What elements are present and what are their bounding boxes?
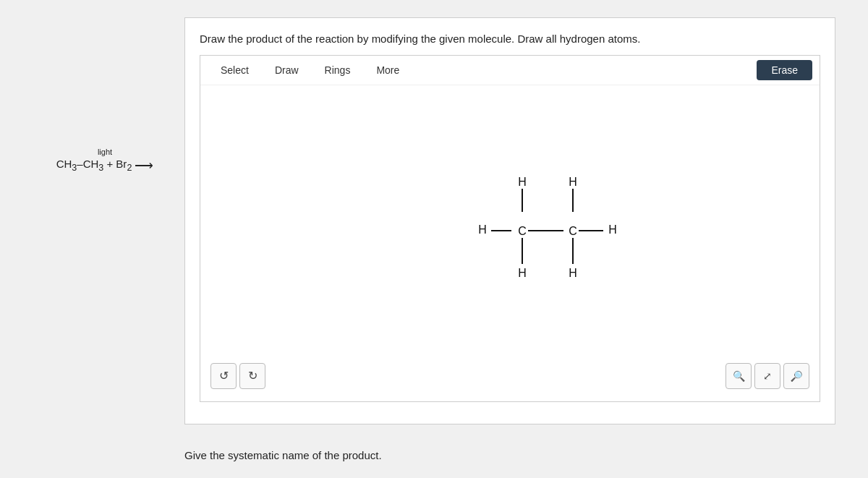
toolbar: Select Draw Rings More Erase	[200, 56, 820, 85]
molecule-svg: H H H C	[454, 170, 642, 315]
reaction-arrow: ⟶	[135, 158, 153, 174]
select-button[interactable]: Select	[208, 60, 262, 80]
systematic-name-prompt: Give the systematic name of the product.	[184, 449, 835, 461]
undo-redo-controls: ↺ ↻	[210, 363, 265, 389]
more-button[interactable]: More	[363, 60, 412, 80]
equation-line: CH3–CH3 + Br2 ⟶	[56, 158, 154, 174]
zoom-reset-button[interactable]: ⤢	[754, 363, 780, 389]
zoom-out-button[interactable]: 🔍	[783, 363, 809, 389]
svg-text:H: H	[569, 267, 577, 279]
drawing-panel: Draw the product of the reaction by modi…	[184, 17, 835, 424]
equation-text: CH3–CH3 + Br2	[56, 158, 132, 173]
svg-text:C: C	[569, 225, 577, 237]
zoom-controls: 🔍 ⤢ 🔍	[726, 363, 809, 389]
redo-icon: ↻	[248, 369, 258, 383]
reaction-equation: light CH3–CH3 + Br2 ⟶	[56, 148, 154, 174]
molecule-display: H H H C	[454, 170, 642, 315]
svg-text:H: H	[478, 223, 487, 236]
drawing-area: Select Draw Rings More Erase H	[200, 55, 820, 402]
zoom-in-button[interactable]: 🔍	[726, 363, 752, 389]
reaction-condition: light	[98, 148, 112, 156]
zoom-reset-icon: ⤢	[763, 370, 772, 382]
redo-button[interactable]: ↻	[239, 363, 265, 389]
zoom-in-icon: 🔍	[733, 370, 745, 382]
zoom-out-icon: 🔍	[791, 370, 803, 382]
undo-icon: ↺	[219, 369, 229, 383]
instruction-text: Draw the product of the reaction by modi…	[200, 33, 820, 45]
reaction-equation-area: light CH3–CH3 + Br2 ⟶	[33, 17, 184, 174]
svg-text:H: H	[518, 267, 527, 279]
canvas-area[interactable]: H H H C	[200, 85, 820, 399]
main-container: light CH3–CH3 + Br2 ⟶ Draw the product o…	[33, 17, 835, 461]
rings-button[interactable]: Rings	[312, 60, 364, 80]
undo-button[interactable]: ↺	[210, 363, 237, 389]
svg-text:H: H	[569, 176, 577, 188]
svg-text:H: H	[518, 176, 527, 188]
erase-button[interactable]: Erase	[757, 60, 812, 80]
svg-text:C: C	[518, 225, 527, 237]
svg-text:H: H	[608, 223, 617, 236]
draw-button[interactable]: Draw	[262, 60, 312, 80]
